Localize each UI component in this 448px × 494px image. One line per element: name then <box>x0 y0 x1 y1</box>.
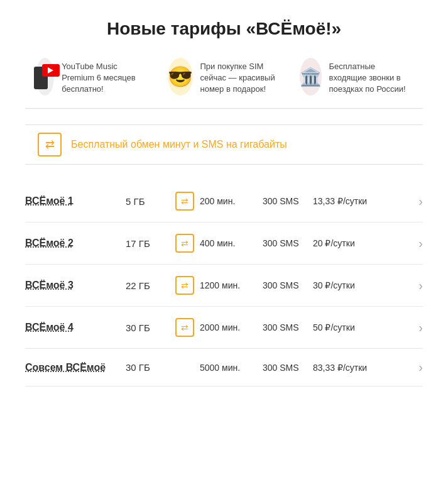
tariff-sms-3: 300 SMS <box>263 280 313 290</box>
tariff-sms-5: 300 SMS <box>263 363 313 373</box>
tariff-row-5[interactable]: Совсем ВСЁмоё 30 ГБ 5000 мин. 300 SMS 83… <box>25 349 423 387</box>
page-title: Новые тарифы «ВСЁмоё!» <box>25 19 423 39</box>
tariff-arrow-1: › <box>408 194 423 209</box>
features-row: YouTube Music Premium 6 месяцев бесплатн… <box>25 58 423 109</box>
tariff-name-1: ВСЁмоё 1 <box>25 195 126 207</box>
tariff-gb-4: 30 ГБ <box>126 322 170 333</box>
exchange-banner-text: Бесплатный обмен минут и SMS на гигабайт… <box>71 139 287 150</box>
tariff-gb-2: 17 ГБ <box>126 238 170 249</box>
tariff-name-4: ВСЁмоё 4 <box>25 322 126 333</box>
exchange-icon-3: ⇄ <box>175 276 194 295</box>
tariff-arrow-4: › <box>408 321 423 335</box>
tariff-gb-5: 30 ГБ <box>126 362 170 373</box>
tariff-row-4[interactable]: ВСЁмоё 4 30 ГБ ⇄ 2000 мин. 300 SMS 50 ₽/… <box>25 307 423 349</box>
exchange-icon-2: ⇄ <box>175 234 194 253</box>
tariff-sms-2: 300 SMS <box>263 238 313 248</box>
tariff-exchange-2: ⇄ <box>170 234 200 253</box>
feature-youtube: YouTube Music Premium 6 месяцев бесплатн… <box>36 58 149 96</box>
tariff-price-2: 20 ₽/сутки <box>313 238 408 248</box>
tariff-arrow-2: › <box>408 236 423 251</box>
feature-youtube-text: YouTube Music Premium 6 месяцев бесплатн… <box>62 58 148 96</box>
exchange-banner-icon: ⇄ <box>38 133 62 156</box>
tariff-price-4: 50 ₽/сутки <box>313 322 408 332</box>
tariff-row-1[interactable]: ВСЁмоё 1 5 ГБ ⇄ 200 мин. 300 SMS 13,33 ₽… <box>25 180 423 222</box>
tariff-price-1: 13,33 ₽/сутки <box>313 196 408 206</box>
tariff-name-3: ВСЁмоё 3 <box>25 280 126 291</box>
tariff-sms-4: 300 SMS <box>263 322 313 332</box>
tariff-exchange-4: ⇄ <box>170 318 200 337</box>
feature-sim: 😎 При покупке SIM сейчас — красивый номе… <box>168 58 281 96</box>
exchange-icon-1: ⇄ <box>175 192 194 211</box>
tariff-min-2: 400 мин. <box>200 238 263 248</box>
tariff-row-2[interactable]: ВСЁмоё 2 17 ГБ ⇄ 400 мин. 300 SMS 20 ₽/с… <box>25 222 423 265</box>
tariff-sms-1: 300 SMS <box>263 196 313 206</box>
tariff-min-4: 2000 мин. <box>200 322 263 332</box>
tariff-list: ВСЁмоё 1 5 ГБ ⇄ 200 мин. 300 SMS 13,33 ₽… <box>25 180 423 387</box>
tariff-gb-1: 5 ГБ <box>126 196 170 207</box>
exchange-icon-4: ⇄ <box>175 318 194 337</box>
sim-icon: 😎 <box>168 58 193 96</box>
tariff-price-5: 83,33 ₽/сутки <box>313 363 408 373</box>
tariff-row-3[interactable]: ВСЁмоё 3 22 ГБ ⇄ 1200 мин. 300 SMS 30 ₽/… <box>25 265 423 307</box>
kremlin-icon: 🏛️ <box>300 58 322 96</box>
tariff-price-3: 30 ₽/сутки <box>313 280 408 290</box>
exchange-banner: ⇄ Бесплатный обмен минут и SMS на гигаба… <box>25 124 423 165</box>
youtube-icon <box>36 58 55 96</box>
feature-sim-text: При покупке SIM сейчас — красивый номер … <box>200 58 281 96</box>
tariff-min-3: 1200 мин. <box>200 280 263 290</box>
tariff-name-2: ВСЁмоё 2 <box>25 238 126 249</box>
tariff-exchange-3: ⇄ <box>170 276 200 295</box>
tariff-arrow-3: › <box>408 278 423 293</box>
tariff-arrow-5: › <box>408 360 423 375</box>
tariff-gb-3: 22 ГБ <box>126 280 170 291</box>
feature-calls: 🏛️ Бесплатные входящие звонки в поездках… <box>300 58 413 96</box>
tariff-exchange-1: ⇄ <box>170 192 200 211</box>
tariff-min-5: 5000 мин. <box>200 363 263 373</box>
tariff-min-1: 200 мин. <box>200 196 263 206</box>
feature-calls-text: Бесплатные входящие звонки в поездках по… <box>329 58 413 96</box>
tariff-name-5: Совсем ВСЁмоё <box>25 362 126 373</box>
